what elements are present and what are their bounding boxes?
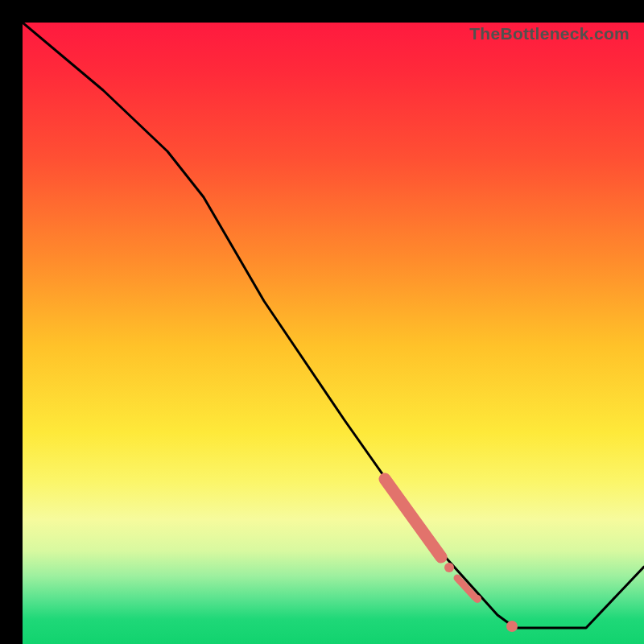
dot-min xyxy=(506,621,518,632)
chart-frame: TheBottleneck.com xyxy=(0,0,644,644)
highlight-segment-thick xyxy=(385,479,441,557)
bottleneck-curve xyxy=(23,23,644,628)
dot-a xyxy=(444,563,454,572)
highlight-overlays xyxy=(385,479,518,632)
chart-svg xyxy=(23,23,644,644)
plot-area: TheBottleneck.com xyxy=(23,23,644,644)
dot-b xyxy=(473,595,481,603)
curve-path xyxy=(23,23,644,628)
